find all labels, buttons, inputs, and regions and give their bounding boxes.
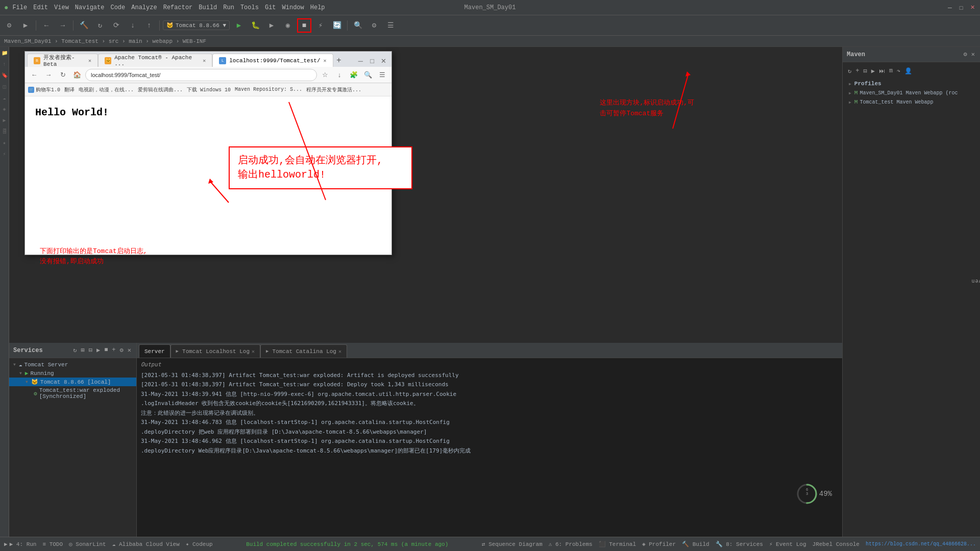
services-run-icon[interactable]: ▶	[95, 345, 101, 355]
menu-analyze[interactable]: Analyze	[131, 4, 157, 11]
refresh-btn[interactable]: ↻	[57, 69, 69, 81]
browser-tab-1[interactable]: B 开发者搜索-Beta ✕	[27, 54, 98, 67]
menu-window[interactable]: Window	[282, 4, 304, 11]
toolbar-icon-5[interactable]: 🔄	[330, 18, 344, 33]
search-btn[interactable]: 🔍	[362, 69, 374, 81]
maven-project-2[interactable]: ▶ M Tomcat_test Maven Webapp	[845, 97, 978, 107]
services-refresh-icon[interactable]: ↻	[72, 345, 78, 355]
server-tab-2-close[interactable]: ✕	[252, 348, 255, 355]
toolbar-sync2-icon[interactable]: ⟳	[109, 18, 124, 33]
close-button[interactable]: ✕	[969, 4, 976, 11]
tree-item-tomcat-server[interactable]: ▼ ☁ Tomcat Server	[9, 360, 136, 369]
menu-code[interactable]: Code	[110, 4, 125, 11]
codeup-status-item[interactable]: ✦ Codeup	[186, 541, 213, 547]
search-everywhere-icon[interactable]: 🔍	[351, 18, 365, 33]
back-btn[interactable]: ←	[28, 69, 40, 81]
bookmark-7[interactable]: 程序员开发专属激活...	[306, 86, 361, 93]
browser-tab-3[interactable]: L localhost:9999/Tomcat_test/ ✕	[212, 54, 333, 67]
cloud-icon[interactable]: ◈	[1, 105, 9, 113]
menu-run[interactable]: Run	[223, 4, 234, 11]
tab1-close[interactable]: ✕	[88, 58, 91, 64]
menu-view[interactable]: View	[54, 4, 69, 11]
maven-profiles-item[interactable]: ▶ Profiles	[845, 79, 978, 88]
tree-item-running[interactable]: ▼ ▶ Running	[9, 369, 136, 378]
download-btn[interactable]: ↓	[333, 69, 346, 81]
server-tab-2[interactable]: ▶ Tomcat Localhost Log ✕	[170, 344, 260, 358]
toolbar-back-icon[interactable]: ←	[39, 18, 54, 33]
home-btn[interactable]: 🏠	[71, 69, 83, 81]
run-button[interactable]: ▶	[232, 18, 246, 33]
bookmark-1[interactable]: 🛒 购物车1.0	[28, 86, 60, 93]
menu-bar[interactable]: File Edit View Navigate Code Analyze Ref…	[12, 4, 325, 11]
bookmarks-sidebar-icon[interactable]: 🔖	[1, 71, 9, 80]
commit-icon[interactable]: ↑	[1, 60, 9, 68]
url-bar[interactable]	[85, 69, 317, 81]
tree-item-artifact[interactable]: ⚙ Tomcat_test:war exploded [Synchronized…	[9, 386, 136, 400]
toolbar-forward-icon[interactable]: →	[56, 18, 70, 33]
sequence-diagram-item[interactable]: ⇄ Sequence Diagram	[482, 541, 543, 547]
bookmark-6[interactable]: Maven Repository: S...	[235, 87, 302, 92]
bookmark-4[interactable]: 爱剪辑在线调曲...	[138, 86, 183, 93]
maven-avatar-icon[interactable]: 👤	[903, 66, 913, 76]
browser-close-btn[interactable]: ✕	[378, 55, 389, 67]
minimize-button[interactable]: ─	[946, 4, 953, 11]
alibaba-icon[interactable]: ☁	[1, 94, 9, 102]
server-tab-1[interactable]: Server	[139, 344, 170, 358]
menu-git[interactable]: Git	[265, 4, 276, 11]
sonar-status-item[interactable]: ◎ SonarLint	[69, 541, 106, 547]
event-log-item[interactable]: ⚡ Event Log	[769, 541, 806, 547]
maven-add-icon[interactable]: +	[854, 66, 860, 76]
tree-item-tomcat-instance[interactable]: ▼ 🐱 Tomcat 8.8.66 [local]	[9, 378, 136, 386]
problems-item[interactable]: ⚠ 6: Problems	[549, 541, 593, 547]
services-item[interactable]: 🔧 8: Services	[716, 541, 763, 547]
forward-btn[interactable]: →	[42, 69, 55, 81]
todo-status-item[interactable]: ≡ TODO	[42, 541, 63, 547]
toolbar-icon-4[interactable]: ↑	[142, 18, 156, 33]
build-item[interactable]: 🔨 Build	[682, 541, 709, 547]
services-stop-icon[interactable]: ■	[103, 345, 109, 355]
browser-minimize-btn[interactable]: ─	[355, 55, 366, 67]
services-settings-icon[interactable]: ⚙	[119, 345, 125, 355]
maven-icon-arr[interactable]: ↷	[896, 66, 901, 76]
server-tab-3[interactable]: ▶ Tomcat Catalina Log ✕	[260, 344, 347, 358]
toolbar-build-icon[interactable]: 🔨	[77, 18, 91, 33]
jrebel-console-item[interactable]: JRebel Console	[813, 541, 860, 547]
menu-edit[interactable]: Edit	[33, 4, 48, 11]
maven-close-icon[interactable]: ✕	[970, 49, 976, 59]
menu-help[interactable]: Help	[310, 4, 325, 11]
toolbar-sync-icon[interactable]: ↻	[93, 18, 107, 33]
maven-skip-icon[interactable]: ⏭	[878, 66, 886, 76]
toolbar-icon-3[interactable]: ↓	[126, 18, 140, 33]
bookmark-2[interactable]: 翻译	[64, 86, 75, 93]
services-add-icon[interactable]: +	[111, 345, 116, 355]
toolbar-icon-6[interactable]: ☰	[383, 18, 398, 33]
menu-tools[interactable]: Tools	[240, 4, 259, 11]
bookmark-3[interactable]: 电视剧，动漫，在线...	[79, 86, 134, 93]
browser-tab-2[interactable]: 🐱 Apache Tomcat® - Apache ... ✕	[98, 54, 212, 67]
menu-file[interactable]: File	[12, 4, 27, 11]
maven-project-1[interactable]: ▶ M Maven_SM_Day01 Maven Webapp (roc	[845, 88, 978, 97]
maximize-button[interactable]: □	[958, 4, 965, 11]
maven-refresh-icon[interactable]: ↻	[847, 66, 852, 76]
server-tab-3-close[interactable]: ✕	[338, 348, 341, 355]
terminal-item[interactable]: ⬛ Terminal	[599, 541, 636, 547]
bookmark-5[interactable]: 下载 Windows 10	[187, 86, 231, 93]
menu-navigate[interactable]: Navigate	[75, 4, 105, 11]
services-collapse-icon[interactable]: ⊟	[88, 345, 93, 355]
jrebel-icon[interactable]: ⚡	[313, 18, 328, 33]
alibaba-status-item[interactable]: ☁ Alibaba Cloud View	[112, 541, 180, 547]
new-tab-button[interactable]: +	[333, 55, 345, 67]
tab2-close[interactable]: ✕	[203, 58, 206, 64]
tab3-close[interactable]: ✕	[324, 58, 327, 64]
browser-maximize-btn[interactable]: □	[366, 55, 378, 67]
stop-button[interactable]: ■	[297, 18, 311, 33]
debug-button[interactable]: 🐛	[248, 18, 262, 33]
maven-icon-m[interactable]: m	[888, 66, 894, 76]
extensions-btn[interactable]: 🧩	[348, 69, 360, 81]
jrebel-sidebar-icon[interactable]: ⚡	[1, 150, 9, 158]
services-close-icon[interactable]: ✕	[127, 345, 132, 355]
tomcat-config-dropdown[interactable]: 🐱 Tomcat 8.8.66 ▼	[163, 20, 230, 30]
settings-icon[interactable]: ⚙	[367, 18, 381, 33]
profile-button[interactable]: ◉	[281, 18, 295, 33]
coverage-button[interactable]: ▶	[264, 18, 279, 33]
